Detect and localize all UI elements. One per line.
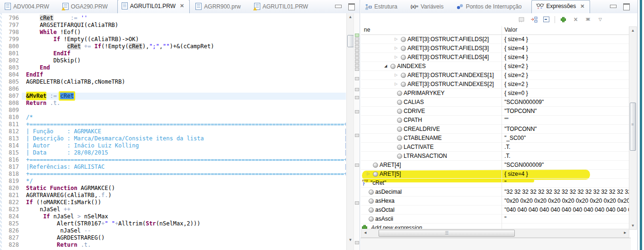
column-name-header[interactable]: ne xyxy=(364,26,370,33)
code-editor[interactable]: 7967977987998008018028038048058068078088… xyxy=(0,13,360,250)
scroll-right-icon[interactable]: ► xyxy=(621,229,629,236)
tree-row[interactable]: asDecimal"32 32 32 32 32 32 32 32 32 32 … xyxy=(361,188,629,197)
tree-row[interactable]: ▷ARET[3]:OSTRUCT:AFIELDS[3]{ size=4 } xyxy=(361,44,629,53)
tree-row[interactable]: CPATH"" xyxy=(361,116,629,125)
editor-tab-3[interactable]: AGRR900.prw xyxy=(192,0,245,13)
code-area[interactable]: cRet := '' ARGSETIFARQUI(cAliaTRB) While… xyxy=(22,15,346,249)
debug-tab-3[interactable]: x=Expressões✕ xyxy=(531,0,591,13)
remove-all-expressions-icon[interactable]: ×× xyxy=(585,16,590,23)
remove-expression-icon[interactable]: × xyxy=(573,16,577,23)
scrollbar-thumb[interactable] xyxy=(630,103,636,151)
editor-vertical-scrollbar[interactable]: ▲ ▼ xyxy=(346,13,354,250)
tree-row[interactable]: APRIMARYKEY{ size=0 } xyxy=(361,89,629,98)
remove-all-expressions-icon-wrap[interactable]: ×× xyxy=(584,16,592,23)
maximize-icon[interactable] xyxy=(348,3,355,10)
overview-mark[interactable] xyxy=(355,77,359,80)
add-expression-icon-wrap[interactable] xyxy=(559,16,567,23)
line-number-gutter[interactable]: 7967977987998008018028038048058068078088… xyxy=(2,15,22,249)
overview-mark[interactable] xyxy=(355,241,359,244)
scroll-down-icon[interactable]: ▼ xyxy=(629,222,636,229)
overview-mark[interactable] xyxy=(355,56,359,60)
overview-mark[interactable] xyxy=(355,52,359,56)
tree-vertical-scrollbar[interactable]: ▲ ▼ xyxy=(629,26,637,230)
close-icon[interactable]: ✕ xyxy=(580,3,585,9)
overview-mark[interactable] xyxy=(355,134,359,137)
expressions-tree[interactable]: ne Valor ▷ARET[3]:OSTRUCT:AFIELDS[2]{ si… xyxy=(361,26,629,229)
tree-row[interactable]: LACTIVATE.T. xyxy=(361,143,629,152)
tree-row[interactable]: asOctal"040 040 040 040 040 040 040 040 … xyxy=(361,206,629,215)
watch-disabled-icon[interactable] xyxy=(519,17,525,23)
overview-mark[interactable] xyxy=(355,110,359,113)
overview-mark[interactable] xyxy=(355,64,359,67)
scroll-down-icon[interactable]: ▼ xyxy=(347,236,354,243)
show-logical-structure-icon-wrap[interactable] xyxy=(530,16,538,23)
close-icon[interactable]: ✕ xyxy=(179,3,185,9)
tree-row[interactable]: asHexa"0x20 0x20 0x20 0x20 0x20 0x20 0x2… xyxy=(361,197,629,206)
watch-disabled-icon-wrap[interactable] xyxy=(518,16,526,23)
tree-row[interactable]: CALIAS"SCGN000009" xyxy=(361,98,629,107)
debug-tab-2[interactable]: Pontos de Interrupção xyxy=(453,1,526,13)
overview-mark[interactable] xyxy=(355,41,359,44)
tree-row[interactable]: asAscii" xyxy=(361,215,629,224)
column-separator[interactable] xyxy=(502,26,502,229)
editor-tab-1[interactable]: OGA290.PRW xyxy=(59,0,113,13)
overview-mark[interactable] xyxy=(355,37,359,41)
minimize-icon[interactable] xyxy=(610,5,617,8)
overview-mark[interactable] xyxy=(355,49,359,52)
expand-icon[interactable]: ▷ xyxy=(394,55,398,60)
maximize-icon[interactable] xyxy=(623,3,630,10)
code-line: EndIf xyxy=(22,71,346,78)
scrollbar-thumb[interactable] xyxy=(347,35,354,47)
overview-mark[interactable] xyxy=(355,88,359,91)
overview-mark[interactable] xyxy=(355,96,359,99)
add-expression-icon[interactable] xyxy=(561,17,566,22)
tree-row[interactable]: ▷ARET[3]:OSTRUCT:AFIELDS[4]{ size=4 } xyxy=(361,53,629,62)
tree-horizontal-scrollbar[interactable]: ◄ ☰ ► xyxy=(361,229,629,238)
minimize-icon[interactable] xyxy=(335,5,342,8)
tab-label: Pontos de Interrupção xyxy=(466,3,521,10)
overview-mark[interactable] xyxy=(355,68,359,71)
column-value-header[interactable]: Valor xyxy=(504,26,517,33)
collapse-icon[interactable]: ◢ xyxy=(383,64,388,69)
expand-icon[interactable]: ▷ xyxy=(394,46,398,51)
expand-icon[interactable]: ▷ xyxy=(366,172,371,176)
tree-row[interactable]: CTABLENAME"_SC00" xyxy=(361,134,629,143)
expand-icon[interactable]: ▷ xyxy=(394,73,398,78)
scroll-left-icon[interactable]: ◄ xyxy=(362,229,369,236)
view-menu-icon[interactable]: ▽ xyxy=(599,17,602,22)
expand-icon[interactable]: ▷ xyxy=(394,37,398,42)
scroll-up-icon[interactable]: ▲ xyxy=(629,27,636,34)
editor-tab-2[interactable]: AGRUTIL01.PRW✕ xyxy=(117,0,190,13)
overview-mark[interactable] xyxy=(355,34,359,37)
remove-expression-icon-wrap[interactable]: × xyxy=(572,16,580,23)
scroll-up-icon[interactable]: ▲ xyxy=(347,13,354,20)
scrollbar-thumb[interactable]: ☰ xyxy=(379,230,515,237)
tree-row[interactable]: ARET[4]"SCGN000009" xyxy=(361,161,629,170)
overview-mark[interactable] xyxy=(355,201,359,205)
collapse-all-icon[interactable] xyxy=(543,17,549,22)
editor-tab-0[interactable]: ADV004.PRW xyxy=(1,0,54,13)
expand-icon[interactable]: ▷ xyxy=(394,82,398,86)
debug-tab-0[interactable]: Estrutura xyxy=(362,1,402,13)
collapse-all-icon-wrap[interactable] xyxy=(542,16,550,23)
line-number: 823 xyxy=(2,206,22,213)
tree-row[interactable]: CREALDRIVE"TOPCONN" xyxy=(361,125,629,134)
tree-header[interactable]: ne Valor xyxy=(361,26,629,35)
tree-row[interactable]: ▷ARET[5]{ size=4 } xyxy=(361,170,629,179)
overview-ruler[interactable] xyxy=(353,13,360,250)
tree-row[interactable]: ▷ARET[3]:OSTRUCT:AINDEXES[2]{ size=2 } xyxy=(361,80,629,89)
tree-row[interactable]: ▷ARET[3]:OSTRUCT:AINDEXES[1]{ size=2 } xyxy=(361,71,629,80)
overview-mark[interactable] xyxy=(355,45,359,48)
line-number: 797 xyxy=(2,22,22,29)
editor-tab-4[interactable]: AGRUTIL01.PRW xyxy=(250,0,313,13)
tree-row[interactable]: x+y?"cRet"" xyxy=(361,179,629,188)
overview-mark[interactable] xyxy=(355,60,359,63)
view-menu-icon-wrap[interactable]: ▽ xyxy=(596,16,604,23)
overview-mark[interactable] xyxy=(355,164,359,167)
tree-row[interactable]: ▷ARET[3]:OSTRUCT:AFIELDS[2]{ size=4 } xyxy=(361,35,629,44)
show-logical-structure-icon[interactable] xyxy=(530,17,538,23)
debug-tab-1[interactable]: (x)=Variáveis xyxy=(407,1,449,13)
tree-row[interactable]: CDRIVE"TOPCONN" xyxy=(361,107,629,116)
tree-row[interactable]: ◢AINDEXES{ size=2 } xyxy=(361,62,629,71)
tree-row[interactable]: LTRANSACTION.T. xyxy=(361,152,629,161)
